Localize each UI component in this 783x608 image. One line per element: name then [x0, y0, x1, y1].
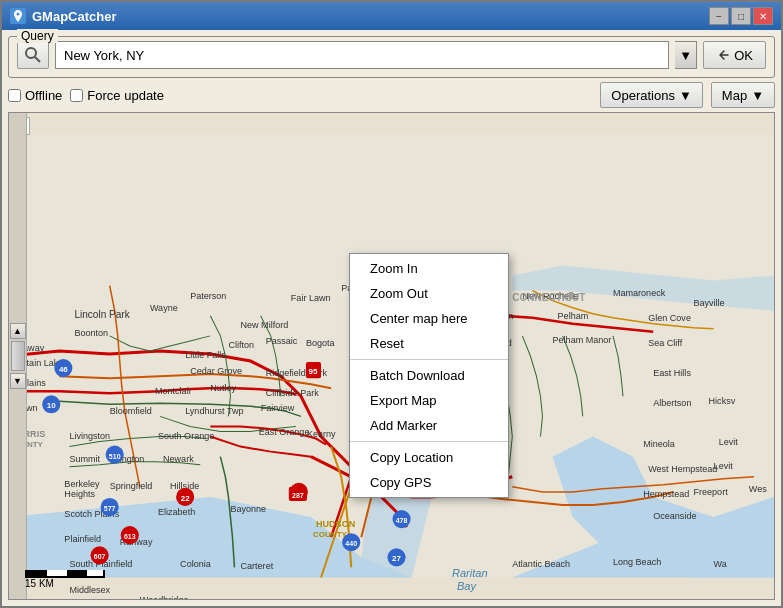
svg-text:Levit: Levit	[714, 461, 734, 471]
menu-item-center-map[interactable]: Center map here	[350, 306, 508, 331]
query-group-label: Query	[17, 29, 58, 43]
menu-item-add-marker[interactable]: Add Marker	[350, 413, 508, 438]
dropdown-arrow-icon: ▼	[679, 48, 692, 63]
svg-text:Mamaroneck: Mamaroneck	[613, 288, 666, 298]
svg-text:Woodbridge: Woodbridge	[140, 595, 189, 599]
svg-text:Cedar Grove: Cedar Grove	[190, 366, 242, 376]
offline-checkbox[interactable]	[8, 89, 21, 102]
query-search-button[interactable]	[17, 41, 49, 69]
svg-text:West Hempstead: West Hempstead	[648, 464, 717, 474]
titlebar: GMapCatcher − □ ✕	[2, 2, 781, 30]
svg-text:Fair Lawn: Fair Lawn	[291, 293, 331, 303]
scale-label: 15 KM	[25, 578, 54, 589]
menu-item-zoom-out[interactable]: Zoom Out	[350, 281, 508, 306]
close-button[interactable]: ✕	[753, 7, 773, 25]
svg-text:Long Beach: Long Beach	[613, 557, 661, 567]
query-row: ▼ OK	[17, 41, 766, 69]
svg-text:Lincoln Park: Lincoln Park	[74, 309, 130, 320]
titlebar-left: GMapCatcher	[10, 8, 117, 24]
force-update-label: Force update	[87, 88, 164, 103]
svg-text:Oceanside: Oceanside	[653, 511, 696, 521]
svg-text:Fairview: Fairview	[261, 403, 295, 413]
svg-text:Atlantic Beach: Atlantic Beach	[512, 559, 570, 569]
svg-text:Wayne: Wayne	[150, 303, 178, 313]
svg-text:Bloomfield: Bloomfield	[110, 406, 152, 416]
force-update-checkbox[interactable]	[70, 89, 83, 102]
svg-text:46: 46	[59, 365, 68, 374]
svg-text:22: 22	[181, 494, 190, 503]
svg-text:Levit: Levit	[719, 437, 739, 447]
svg-text:Plainfield: Plainfield	[64, 534, 101, 544]
offline-label: Offline	[25, 88, 62, 103]
svg-text:Glen Cove: Glen Cove	[648, 313, 691, 323]
svg-text:Pelham: Pelham	[558, 311, 589, 321]
svg-point-2	[26, 48, 36, 58]
svg-text:Carteret: Carteret	[241, 561, 274, 571]
operations-button[interactable]: Operations ▼	[600, 82, 702, 108]
svg-text:Bayonne: Bayonne	[230, 504, 266, 514]
svg-text:Clifton: Clifton	[228, 340, 254, 350]
app-icon	[10, 8, 26, 24]
svg-text:Kearny: Kearny	[307, 429, 336, 439]
menu-item-reset[interactable]: Reset	[350, 331, 508, 356]
svg-text:East Orange: East Orange	[259, 427, 310, 437]
svg-text:Elizabeth: Elizabeth	[158, 507, 195, 517]
svg-text:Mineola: Mineola	[643, 439, 676, 449]
force-update-checkbox-label[interactable]: Force update	[70, 88, 164, 103]
scroll-up-button[interactable]: ▲	[10, 323, 26, 339]
svg-text:510: 510	[109, 453, 121, 460]
svg-text:10: 10	[47, 401, 56, 410]
svg-text:Wes: Wes	[749, 484, 767, 494]
svg-text:East Hills: East Hills	[653, 368, 691, 378]
svg-text:577: 577	[104, 505, 116, 512]
menu-item-export-map[interactable]: Export Map	[350, 388, 508, 413]
menu-separator-1	[350, 359, 508, 360]
ok-button[interactable]: OK	[703, 41, 766, 69]
operations-label: Operations	[611, 88, 675, 103]
svg-text:478: 478	[396, 517, 408, 524]
svg-text:607: 607	[94, 553, 106, 560]
scroll-thumb[interactable]	[11, 341, 25, 371]
menu-separator-2	[350, 441, 508, 442]
svg-text:Bayville: Bayville	[693, 298, 724, 308]
svg-text:Colonia: Colonia	[180, 559, 212, 569]
svg-text:Cliffside Park: Cliffside Park	[266, 388, 320, 398]
maximize-button[interactable]: □	[731, 7, 751, 25]
query-input[interactable]	[55, 41, 669, 69]
svg-text:New Milford: New Milford	[241, 320, 289, 330]
svg-text:Newark: Newark	[163, 454, 194, 464]
svg-text:COUNTY: COUNTY	[313, 530, 348, 539]
menu-item-zoom-in[interactable]: Zoom In	[350, 256, 508, 281]
svg-text:Springfield: Springfield	[110, 481, 153, 491]
scale-bar-line	[25, 570, 105, 578]
menu-item-copy-location[interactable]: Copy Location	[350, 445, 508, 470]
svg-text:Heights: Heights	[64, 489, 95, 499]
svg-text:CONNECTICUT: CONNECTICUT	[512, 292, 586, 303]
scroll-down-button[interactable]: ▼	[10, 373, 26, 389]
offline-checkbox-label[interactable]: Offline	[8, 88, 62, 103]
svg-text:Raritan: Raritan	[452, 567, 488, 579]
svg-text:Passaic: Passaic	[266, 336, 298, 346]
svg-text:Berkeley: Berkeley	[64, 479, 100, 489]
map-dropdown-icon: ▼	[751, 88, 764, 103]
svg-text:Bay: Bay	[457, 580, 478, 592]
svg-text:Paterson: Paterson	[190, 291, 226, 301]
svg-text:Hicksv: Hicksv	[709, 396, 736, 406]
svg-text:Wa: Wa	[714, 559, 728, 569]
ok-icon	[716, 48, 730, 62]
svg-text:Livingston: Livingston	[69, 431, 110, 441]
map-button[interactable]: Map ▼	[711, 82, 775, 108]
svg-text:Freeport: Freeport	[693, 487, 728, 497]
svg-text:Nutley: Nutley	[210, 383, 236, 393]
main-content: Query ▼ OK	[2, 30, 781, 606]
context-menu: Zoom In Zoom Out Center map here Reset B…	[349, 253, 509, 498]
svg-line-3	[35, 57, 40, 62]
svg-text:287: 287	[292, 492, 304, 499]
minimize-button[interactable]: −	[709, 7, 729, 25]
menu-item-copy-gps[interactable]: Copy GPS	[350, 470, 508, 495]
map-container[interactable]: Lincoln Park Wayne Paterson Fair Lawn Pa…	[8, 112, 775, 600]
toolbar-row: Offline Force update Operations ▼ Map ▼	[8, 82, 775, 108]
query-dropdown-button[interactable]: ▼	[675, 41, 697, 69]
map-label: Map	[722, 88, 747, 103]
menu-item-batch-download[interactable]: Batch Download	[350, 363, 508, 388]
